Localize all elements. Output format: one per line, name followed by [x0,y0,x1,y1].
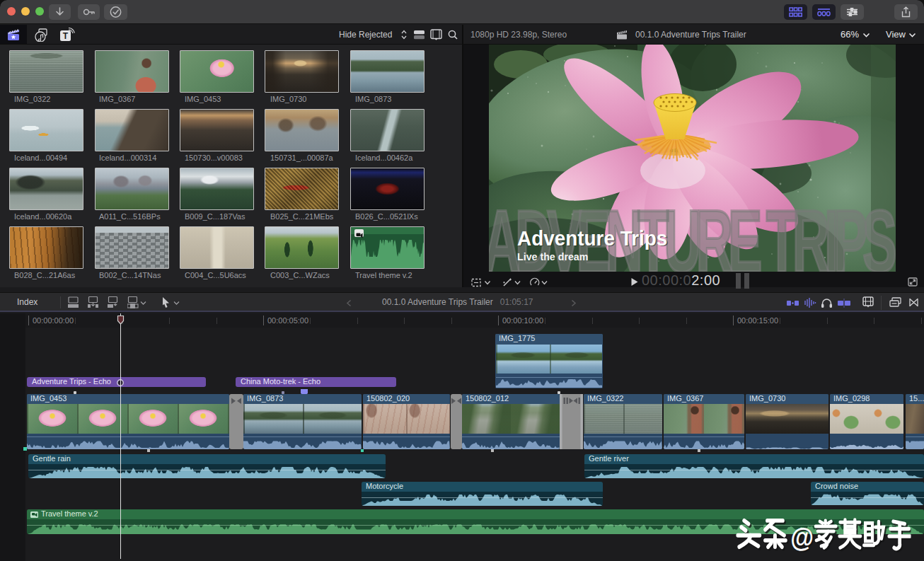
svg-text:T: T [63,31,69,41]
svg-text:Live the dream: Live the dream [517,251,588,262]
svg-text:Adventure Trips: Adventure Trips [517,226,667,250]
svg-text:@: @ [790,522,814,553]
